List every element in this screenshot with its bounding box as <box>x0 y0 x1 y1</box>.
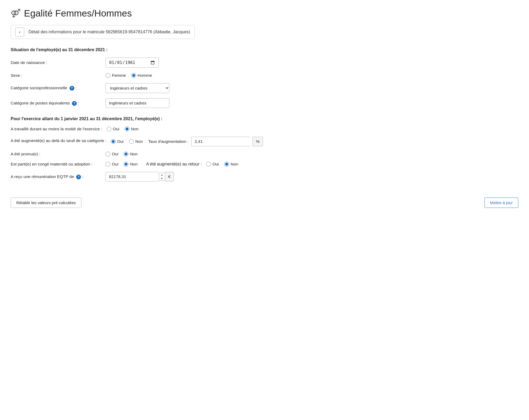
update-button[interactable]: Mettre à jour <box>485 197 518 208</box>
categorie-socio-label: Catégorie socioprofessionnelle ? : <box>11 86 101 91</box>
gender-icon: ⚤ <box>11 8 21 18</box>
augmente-retour-group: A été augmenté(e) au retour : Oui Non <box>146 162 238 167</box>
conge-non-radio[interactable] <box>124 162 128 167</box>
promu-radio-group: Oui Non <box>105 152 138 156</box>
promu-label: A été promu(e) : <box>11 152 101 156</box>
categorie-socio-row: Catégorie socioprofessionnelle ? : Ingén… <box>11 83 518 93</box>
remuneration-suffix: € <box>165 172 174 181</box>
reset-button[interactable]: Rétablir les valeurs pré-calculées <box>11 197 82 208</box>
date-naissance-input[interactable] <box>109 60 155 65</box>
categorie-postes-row: Catégorie de postes équivalents ? : <box>11 98 518 108</box>
sexe-homme-radio[interactable] <box>131 73 136 78</box>
remuneration-row: A reçu une rémunération EQTP de ? : ▲ ▼ … <box>11 172 518 181</box>
back-button[interactable]: ‹ <box>15 27 24 37</box>
remuneration-input[interactable] <box>105 172 159 181</box>
promu-non-label: Non <box>130 152 137 156</box>
sexe-homme-option[interactable]: Homme <box>131 73 152 78</box>
travaille-non-label: Non <box>131 127 139 131</box>
page-title: ⚤ Egalité Femmes/Hommes <box>11 8 132 19</box>
augmente-row: A été augmenté(e) au delà du seuil de sa… <box>11 137 518 146</box>
augmente-retour-non-label: Non <box>231 162 238 167</box>
travaille-non-option[interactable]: Non <box>125 127 139 131</box>
exercice-section-title: Pour l'exercice allant du 1 janvier 2021… <box>11 116 518 121</box>
breadcrumb-bar: ‹ Détail des informations pour le matric… <box>11 25 195 39</box>
travaille-radio-group: Oui Non <box>107 127 139 131</box>
sexe-homme-label: Homme <box>138 73 152 78</box>
promu-oui-radio[interactable] <box>105 152 110 156</box>
augmente-oui-label: Oui <box>117 139 124 144</box>
conge-oui-option[interactable]: Oui <box>105 162 118 167</box>
remuneration-down-button[interactable]: ▼ <box>159 177 165 180</box>
augmente-non-label: Non <box>135 139 143 144</box>
situation-section: Situation de l'employé(e) au 31 décembre… <box>11 47 518 108</box>
augmente-retour-oui-label: Oui <box>213 162 219 167</box>
promu-row: A été promu(e) : Oui Non <box>11 152 518 156</box>
remuneration-label: A reçu une rémunération EQTP de ? : <box>11 174 101 179</box>
augmente-oui-option[interactable]: Oui <box>111 139 124 144</box>
remuneration-help-icon[interactable]: ? <box>76 175 81 179</box>
categorie-socio-select[interactable]: Ingénieurs et cadres Ouvriers Employés T… <box>105 83 169 93</box>
footer-actions: Rétablir les valeurs pré-calculées Mettr… <box>11 192 518 208</box>
sexe-radio-group: Femme Homme <box>105 73 152 78</box>
sexe-label: Sexe : <box>11 73 101 78</box>
conge-radio-group: Oui Non <box>105 162 138 167</box>
augmente-non-option[interactable]: Non <box>129 139 143 144</box>
augmente-retour-oui-option[interactable]: Oui <box>206 162 219 167</box>
page-title-text: Egalité Femmes/Hommes <box>24 8 132 19</box>
travaille-non-radio[interactable] <box>125 127 129 131</box>
augmente-radio-group: Oui Non <box>111 139 143 144</box>
travaille-oui-label: Oui <box>113 127 119 131</box>
augmente-retour-non-radio[interactable] <box>224 162 229 167</box>
remuneration-input-group: ▲ ▼ € <box>105 172 174 181</box>
augmente-retour-non-option[interactable]: Non <box>224 162 238 167</box>
conge-non-option[interactable]: Non <box>124 162 137 167</box>
promu-oui-label: Oui <box>112 152 118 156</box>
augmente-label: A été augmenté(e) au delà du seuil de sa… <box>11 137 107 143</box>
conge-oui-label: Oui <box>112 162 118 167</box>
breadcrumb-text: Détail des informations pour le matricul… <box>29 30 190 34</box>
categorie-socio-help-icon[interactable]: ? <box>70 86 74 91</box>
travaille-row: A travaillé durant au moins la moitié de… <box>11 127 518 131</box>
promu-oui-option[interactable]: Oui <box>105 152 118 156</box>
date-naissance-input-wrapper[interactable] <box>105 58 159 68</box>
categorie-postes-label: Catégorie de postes équivalents ? : <box>11 101 101 106</box>
conge-oui-radio[interactable] <box>105 162 110 167</box>
taux-label: Taux d'augmentation : <box>148 139 188 144</box>
conge-non-label: Non <box>130 162 137 167</box>
taux-suffix: % <box>253 137 263 146</box>
taux-group: Taux d'augmentation : % <box>148 137 263 146</box>
conge-label: Est parti(e) en congé maternité ou adopt… <box>11 162 101 167</box>
page-header: ⚤ Egalité Femmes/Hommes <box>11 8 518 19</box>
sexe-femme-option[interactable]: Femme <box>105 73 126 78</box>
augmente-non-radio[interactable] <box>129 139 134 144</box>
travaille-label: A travaillé durant au moins la moitié de… <box>11 127 102 131</box>
taux-input[interactable] <box>191 137 250 146</box>
travaille-oui-option[interactable]: Oui <box>107 127 119 131</box>
remuneration-up-button[interactable]: ▲ <box>159 173 165 177</box>
augmente-oui-radio[interactable] <box>111 139 116 144</box>
situation-section-title: Situation de l'employé(e) au 31 décembre… <box>11 47 518 52</box>
promu-non-radio[interactable] <box>124 152 128 156</box>
sexe-row: Sexe : Femme Homme <box>11 73 518 78</box>
remuneration-spinner[interactable]: ▲ ▼ <box>159 173 165 180</box>
categorie-postes-help-icon[interactable]: ? <box>72 101 77 106</box>
categorie-postes-input[interactable] <box>105 98 169 108</box>
travaille-oui-radio[interactable] <box>107 127 111 131</box>
sexe-femme-radio[interactable] <box>105 73 110 78</box>
augmente-retour-radio-group: Oui Non <box>206 162 238 167</box>
exercice-section: Pour l'exercice allant du 1 janvier 2021… <box>11 116 518 181</box>
conge-row: Est parti(e) en congé maternité ou adopt… <box>11 162 518 167</box>
conge-full-group: Oui Non A été augmenté(e) au retour : Ou… <box>105 162 238 167</box>
promu-non-option[interactable]: Non <box>124 152 137 156</box>
date-naissance-label: Date de naissance : <box>11 60 101 65</box>
sexe-femme-label: Femme <box>112 73 126 78</box>
augmente-retour-oui-radio[interactable] <box>206 162 211 167</box>
augmente-retour-label: A été augmenté(e) au retour : <box>146 162 202 167</box>
date-naissance-row: Date de naissance : <box>11 58 518 68</box>
